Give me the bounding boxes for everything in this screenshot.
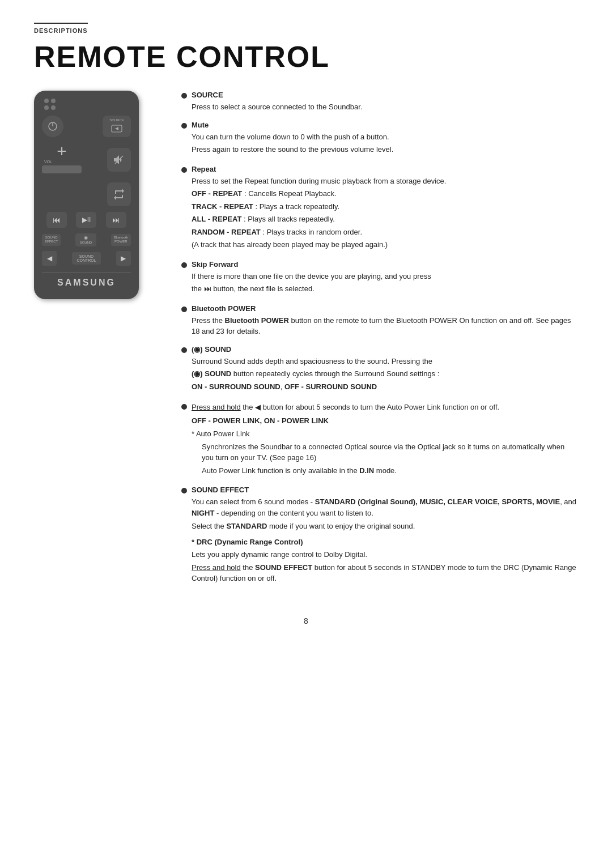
repeat-body: Press to set the Repeat function during …: [192, 176, 578, 250]
skip-forward-content: Skip Forward If there is more than one f…: [192, 260, 578, 296]
vol-bar: [42, 165, 82, 173]
vol-area: VOL: [42, 160, 82, 173]
sound-control-label: SOUNDCONTROL: [72, 252, 100, 265]
remote-control: SOURCE + VOL: [34, 91, 139, 299]
source-body: Press to select a source connected to th…: [192, 101, 578, 113]
dot1: [44, 99, 49, 103]
bullet-bluetooth-power: [181, 307, 187, 312]
dot4: [51, 105, 56, 110]
desc-sound-effect: SOUND EFFECT You can select from 6 sound…: [181, 486, 578, 586]
sound-surround-button[interactable]: ◉ SOUND: [75, 233, 97, 246]
sound-title: (◉) SOUND: [192, 345, 578, 354]
auto-power-link-content: Press and hold the ◀ button for about 5 …: [192, 402, 578, 478]
sound-effect-body: You can select from 6 sound modes - STAN…: [192, 496, 578, 584]
transport-row: ⏮ ▶II ⏭: [42, 212, 131, 228]
bluetooth-power-content: Bluetooth POWER Press the Bluetooth POWE…: [192, 304, 578, 337]
row-repeat: [42, 182, 131, 206]
bullet-sound-effect: [181, 488, 187, 493]
desc-source: SOURCE Press to select a source connecte…: [181, 91, 578, 113]
repeat-button[interactable]: [107, 182, 131, 206]
row-vol-mute: + VOL: [42, 143, 131, 177]
power-button[interactable]: [42, 116, 63, 137]
mute-button[interactable]: [107, 148, 131, 172]
mute-title: Mute: [192, 121, 578, 129]
sound-control-right[interactable]: ▶: [116, 251, 131, 266]
repeat-content: Repeat Press to set the Repeat function …: [192, 165, 578, 252]
auto-power-link-body: Press and hold the ◀ button for about 5 …: [192, 402, 578, 476]
source-content: SOURCE Press to select a source connecte…: [192, 91, 578, 113]
bullet-skip-forward: [181, 262, 187, 268]
dot2: [51, 99, 56, 103]
sound-effect-title: SOUND EFFECT: [192, 486, 578, 494]
desc-auto-power-link: Press and hold the ◀ button for about 5 …: [181, 402, 578, 478]
bluetooth-power-button[interactable]: BluetoothPOWER: [111, 234, 131, 245]
mute-body: You can turn the volume down to 0 with t…: [192, 131, 578, 155]
page-number: 8: [34, 616, 578, 626]
sound-control-left[interactable]: ◀: [42, 251, 57, 266]
bullet-source: [181, 93, 187, 99]
bullet-sound: [181, 347, 187, 353]
page-title: REMOTE CONTROL: [34, 40, 578, 74]
desc-mute: Mute You can turn the volume down to 0 w…: [181, 121, 578, 157]
source-label: SOURCE: [109, 118, 124, 122]
source-button[interactable]: SOURCE: [103, 116, 131, 137]
sound-effect-content: SOUND EFFECT You can select from 6 sound…: [192, 486, 578, 586]
small-buttons-row: SOUNDEFFECT ◉ SOUND BluetoothPOWER: [42, 233, 131, 246]
press-hold-text: Press and hold: [192, 403, 241, 411]
samsung-logo: SAMSUNG: [42, 273, 131, 288]
bluetooth-power-body: Press the Bluetooth POWER button on the …: [192, 315, 578, 337]
play-pause-button[interactable]: ▶II: [76, 212, 96, 228]
bullet-repeat: [181, 167, 187, 173]
sound-effect-button[interactable]: SOUNDEFFECT: [42, 234, 61, 245]
row-power-source: SOURCE: [42, 116, 131, 137]
section-label: DESCRIPTIONS: [34, 23, 88, 34]
repeat-title: Repeat: [192, 165, 578, 173]
desc-skip-forward: Skip Forward If there is more than one f…: [181, 260, 578, 296]
bluetooth-power-title: Bluetooth POWER: [192, 304, 578, 313]
prev-button[interactable]: ⏮: [46, 212, 67, 228]
press-hold-sound-effect: Press and hold: [192, 563, 241, 572]
descriptions-panel: SOURCE Press to select a source connecte…: [181, 91, 578, 594]
desc-repeat: Repeat Press to set the Repeat function …: [181, 165, 578, 252]
remote-illustration: SOURCE + VOL: [34, 91, 159, 299]
source-title: SOURCE: [192, 91, 578, 99]
main-content: SOURCE + VOL: [34, 91, 578, 594]
skip-forward-body: If there is more than one file on the de…: [192, 271, 578, 295]
skip-forward-title: Skip Forward: [192, 260, 578, 269]
desc-sound: (◉) SOUND Surround Sound adds depth and …: [181, 345, 578, 394]
sound-control-row: ◀ SOUNDCONTROL ▶: [42, 251, 131, 266]
vol-label: VOL: [44, 160, 52, 164]
sound-body: Surround Sound adds depth and spaciousne…: [192, 356, 578, 393]
bullet-mute: [181, 123, 187, 129]
mute-content: Mute You can turn the volume down to 0 w…: [192, 121, 578, 157]
next-button[interactable]: ⏭: [106, 212, 126, 228]
desc-bluetooth-power: Bluetooth POWER Press the Bluetooth POWE…: [181, 304, 578, 337]
bullet-auto-power-link: [181, 404, 187, 410]
dot3: [44, 105, 49, 110]
sound-content: (◉) SOUND Surround Sound adds depth and …: [192, 345, 578, 394]
remote-top-dots: [44, 99, 131, 110]
